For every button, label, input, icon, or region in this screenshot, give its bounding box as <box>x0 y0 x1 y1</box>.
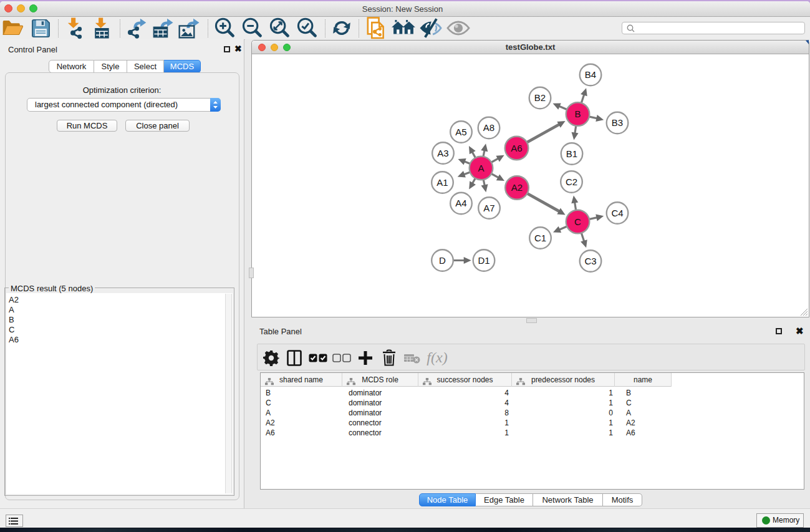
svg-text:A2: A2 <box>511 182 523 193</box>
svg-text:A5: A5 <box>455 127 466 137</box>
svg-text:A4: A4 <box>455 198 466 208</box>
svg-text:C: C <box>574 216 581 227</box>
svg-text:A8: A8 <box>483 122 494 133</box>
svg-text:B4: B4 <box>585 69 596 80</box>
svg-text:B3: B3 <box>612 117 623 128</box>
svg-text:D1: D1 <box>478 255 489 266</box>
svg-text:A6: A6 <box>511 143 522 153</box>
svg-text:C3: C3 <box>584 256 596 266</box>
svg-text:C4: C4 <box>611 208 623 218</box>
svg-text:A3: A3 <box>437 148 448 158</box>
svg-text:A: A <box>478 163 484 173</box>
svg-text:B: B <box>574 109 581 119</box>
svg-text:A1: A1 <box>436 177 448 188</box>
svg-text:C1: C1 <box>534 233 546 243</box>
svg-text:A7: A7 <box>483 203 494 213</box>
svg-text:B2: B2 <box>534 92 546 103</box>
svg-text:B1: B1 <box>566 148 577 159</box>
svg-text:C2: C2 <box>566 177 577 187</box>
svg-text:D: D <box>439 255 446 266</box>
